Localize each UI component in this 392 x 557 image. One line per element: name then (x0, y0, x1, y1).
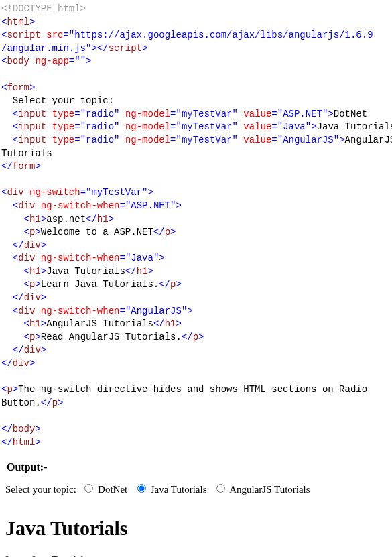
val-radio3: "radio" (80, 135, 120, 145)
val-src2: /angular.min.js" (1, 43, 91, 54)
case2-h1: Java Tutorials (46, 266, 125, 277)
tag-p-notec: p (52, 397, 58, 408)
tag-input2: input (18, 121, 46, 132)
tag-script-close: script (109, 43, 142, 54)
radio-prompt: Select your topic: (5, 484, 76, 495)
attr-type1: type (52, 109, 75, 119)
form-text: Select your topic: (1, 95, 114, 106)
radio-option-dotnet[interactable]: DotNet (81, 484, 127, 495)
radio-option-angular[interactable]: AngularJS Tutorials (213, 484, 310, 495)
case1-h1: asp.net (46, 214, 86, 225)
tag-form-close: form (13, 161, 36, 172)
tag-div-case2c: div (24, 292, 41, 303)
val-ngapp: "" (74, 56, 86, 66)
attr-ngmodel1: ng-model (125, 109, 170, 119)
lbl-asp: DotNet (334, 109, 367, 119)
lbl-ang: AngularJS (345, 135, 392, 145)
attr-type2: type (52, 121, 75, 132)
radio-option-java[interactable]: Java Tutorials (134, 484, 207, 495)
radio-angular[interactable] (216, 484, 225, 493)
radio-angular-label: AngularJS Tutorials (229, 484, 310, 495)
output-area: Select your topic: DotNet Java Tutorials… (0, 479, 392, 557)
val-radio1: "radio" (80, 109, 120, 119)
val-ang: "AngularJS" (277, 135, 339, 145)
val-when2: "Java" (125, 253, 159, 263)
attr-ngmodel3: ng-model (125, 135, 170, 145)
output-para: Learn Java Tutorials. (5, 553, 387, 557)
tag-p-3c: p (193, 332, 198, 343)
tag-script: script (7, 29, 40, 40)
tag-div-case1: div (18, 200, 35, 211)
code-block: <!DOCTYPE html> <html> <script src="http… (0, 0, 392, 456)
attr-when1: ng-switch-when (41, 200, 120, 211)
attr-when3: ng-switch-when (41, 306, 120, 316)
tag-h1-3c: h1 (165, 318, 176, 329)
case3-h1: AngularJS Tutorials (46, 318, 153, 329)
case2-p: Learn Java Tutorials. (41, 279, 159, 290)
radio-dotnet[interactable] (84, 484, 93, 493)
doctype: <!DOCTYPE html> (1, 3, 86, 14)
output-label: Output:- (0, 456, 392, 479)
tag-body: body (7, 56, 29, 66)
tag-input3: input (18, 135, 46, 145)
attr-ngmodel2: ng-model (125, 121, 170, 132)
tag-form: form (7, 82, 29, 93)
case1-p: Welcome to a ASP.NET (41, 227, 153, 237)
tag-p-1c: p (165, 227, 170, 237)
val-java: "Java" (277, 121, 311, 132)
attr-when2: ng-switch-when (41, 253, 120, 263)
val-radio2: "radio" (80, 121, 120, 132)
attr-type3: type (52, 135, 75, 145)
lbl-ang2: Tutorials (1, 148, 52, 159)
tag-input1: input (18, 109, 46, 119)
tag-h1-2c: h1 (137, 266, 148, 277)
tag-html: html (7, 17, 29, 27)
lbl-java: Java Tutorials (317, 121, 392, 132)
val-when1: "ASP.NET" (125, 200, 176, 211)
output-heading: Java Tutorials (5, 514, 387, 542)
case3-p: Read AngularJS Tutorials. (41, 332, 182, 343)
tag-div-case2: div (18, 253, 35, 263)
radio-java[interactable] (137, 484, 146, 493)
attr-ngapp: ng-app (35, 56, 68, 66)
tag-div-switch: div (7, 187, 23, 198)
radio-dotnet-label: DotNet (98, 484, 127, 495)
tag-h1-1: h1 (29, 214, 41, 225)
tag-div-case1c: div (24, 240, 41, 251)
attr-src: src (46, 29, 63, 40)
tag-body-close: body (13, 424, 36, 434)
val-when3: "AngularJS" (125, 306, 187, 316)
note-text: The ng-switch directive hides and shows … (18, 384, 367, 395)
val-ngmodel1: "myTestVar" (176, 109, 238, 119)
note-text2: Button. (1, 397, 41, 408)
tag-p-note: p (7, 384, 12, 395)
attr-value2: value (243, 121, 271, 132)
tag-h1-1c: h1 (97, 214, 109, 225)
val-ngmodel2: "myTestVar" (176, 121, 238, 132)
radio-java-label: Java Tutorials (151, 484, 207, 495)
tag-div-case3c: div (24, 345, 41, 355)
attr-value3: value (243, 135, 271, 145)
tag-h1-2: h1 (29, 266, 41, 277)
radio-row: Select your topic: DotNet Java Tutorials… (5, 479, 387, 503)
val-ngswitch: "myTestVar" (86, 187, 147, 198)
val-asp: "ASP.NET" (277, 109, 328, 119)
tag-div-case3: div (18, 306, 35, 316)
attr-ngswitch: ng-switch (29, 187, 80, 198)
tag-div-switchc: div (13, 358, 29, 369)
tag-html-close: html (13, 437, 36, 448)
attr-value1: value (243, 109, 271, 119)
tag-h1-3: h1 (29, 318, 41, 329)
val-ngmodel3: "myTestVar" (176, 135, 238, 145)
val-src: "https://ajax.googleapis.com/ajax/libs/a… (69, 29, 373, 40)
